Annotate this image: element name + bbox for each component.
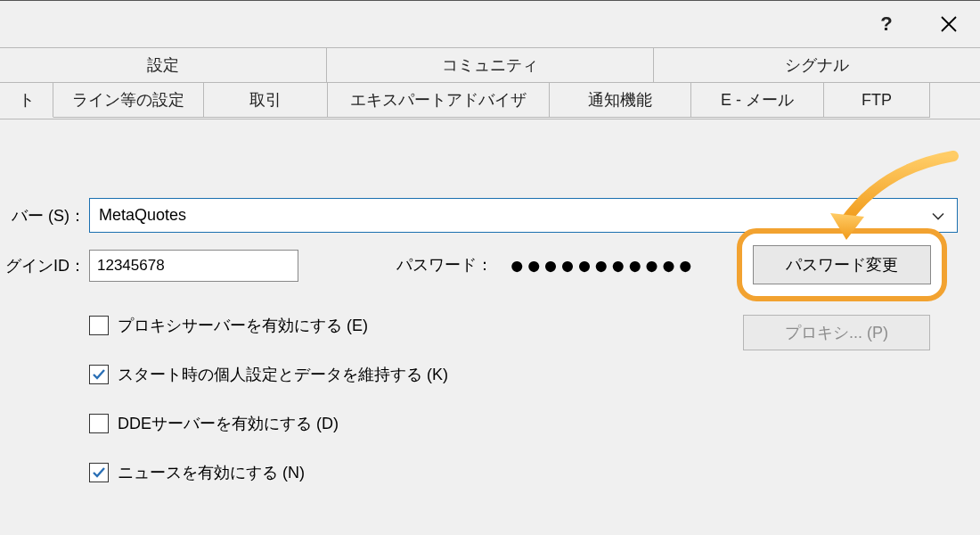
change-password-button[interactable]: パスワード変更 bbox=[753, 245, 931, 284]
tab-email[interactable]: E - メール bbox=[690, 83, 824, 118]
titlebar: ? bbox=[0, 1, 980, 47]
check-icon bbox=[92, 465, 106, 480]
password-label: パスワード： bbox=[396, 254, 493, 276]
tab-line-settings[interactable]: ライン等の設定 bbox=[53, 83, 204, 118]
checkbox-enable-news[interactable] bbox=[89, 463, 109, 482]
change-password-highlight: パスワード変更 bbox=[737, 228, 947, 301]
checkbox-enable-dde-label: DDEサーバーを有効にする (D) bbox=[118, 413, 339, 434]
help-button[interactable]: ? bbox=[855, 1, 918, 47]
tab-community[interactable]: コミュニティ bbox=[326, 47, 654, 82]
password-field[interactable]: ●●●●●●●●●●● bbox=[510, 250, 737, 282]
chevron-down-icon bbox=[932, 206, 944, 225]
tab-trade[interactable]: 取引 bbox=[203, 83, 328, 118]
options-dialog: ? 設定 コミュニティ シグナル ト ライン等の設定 取引 エキスパートアドバイ… bbox=[0, 0, 980, 535]
checkbox-row-proxy: プロキシサーバーを有効にする (E) bbox=[89, 315, 368, 336]
checkbox-keep-settings[interactable] bbox=[89, 365, 109, 384]
checkbox-keep-settings-label: スタート時の個人設定とデータを維持する (K) bbox=[118, 364, 448, 385]
close-button[interactable] bbox=[918, 1, 980, 47]
login-id-field[interactable]: 12345678 bbox=[89, 250, 298, 282]
tab-settings[interactable]: 設定 bbox=[0, 47, 327, 82]
check-icon bbox=[92, 367, 106, 382]
login-id-label: グインID： bbox=[0, 255, 86, 276]
checkbox-enable-proxy[interactable] bbox=[89, 316, 109, 335]
tab-ftp[interactable]: FTP bbox=[823, 83, 930, 118]
tabrow-lower: ト ライン等の設定 取引 エキスパートアドバイザ 通知機能 E - メール FT… bbox=[0, 83, 980, 118]
checkbox-row-dde: DDEサーバーを有効にする (D) bbox=[89, 413, 339, 434]
tabstrip: 設定 コミュニティ シグナル ト ライン等の設定 取引 エキスパートアドバイザ … bbox=[0, 47, 980, 119]
login-id-value: 12345678 bbox=[97, 257, 165, 275]
tab-chart-partial[interactable]: ト bbox=[0, 83, 53, 118]
password-mask: ●●●●●●●●●●● bbox=[510, 251, 695, 280]
checkbox-enable-dde[interactable] bbox=[89, 414, 109, 433]
tab-notifications[interactable]: 通知機能 bbox=[549, 83, 691, 118]
checkbox-enable-proxy-label: プロキシサーバーを有効にする (E) bbox=[118, 315, 368, 336]
checkbox-enable-news-label: ニュースを有効にする (N) bbox=[118, 462, 305, 483]
checkbox-row-news: ニュースを有効にする (N) bbox=[89, 462, 305, 483]
tab-signals[interactable]: シグナル bbox=[653, 47, 980, 82]
server-select-value: MetaQuotes bbox=[99, 206, 186, 225]
server-label: バー (S)： bbox=[0, 205, 86, 226]
proxy-button: プロキシ... (P) bbox=[743, 315, 930, 350]
close-icon bbox=[940, 15, 958, 33]
tab-panel: バー (S)： MetaQuotes グインID： 12345678 パスワード… bbox=[0, 119, 980, 535]
tabrow-upper: 設定 コミュニティ シグナル bbox=[0, 47, 980, 83]
checkbox-row-keep-settings: スタート時の個人設定とデータを維持する (K) bbox=[89, 364, 448, 385]
tab-expert-advisor[interactable]: エキスパートアドバイザ bbox=[327, 83, 550, 118]
